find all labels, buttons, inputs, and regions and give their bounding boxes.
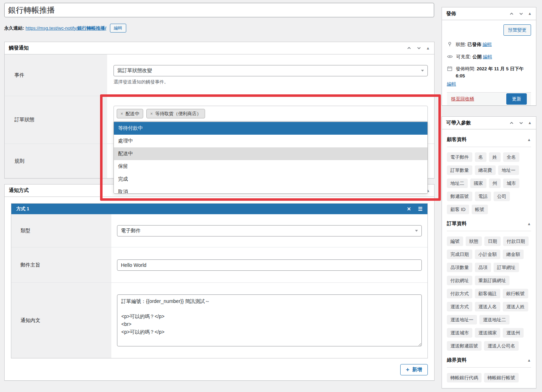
param-tag[interactable]: 小計金額 bbox=[475, 250, 500, 259]
visibility-value: 公開 bbox=[472, 54, 482, 59]
dropdown-option[interactable]: 配送中 bbox=[114, 147, 427, 160]
dropdown-option[interactable]: 取消 bbox=[114, 186, 427, 194]
param-tag[interactable]: 姓 bbox=[489, 152, 501, 162]
status-edit-link[interactable]: 編輯 bbox=[483, 42, 492, 47]
method-content-textarea[interactable]: 訂單編號：{{order_number}} 簡訊測試～ <p>可以的嗎？</p>… bbox=[117, 294, 422, 346]
param-tag[interactable]: 總花費 bbox=[475, 165, 496, 175]
param-tag[interactable]: 品項數量 bbox=[447, 263, 472, 272]
param-tag[interactable]: 運送地址一 bbox=[447, 315, 477, 324]
param-tag[interactable]: 訂單網址 bbox=[494, 263, 519, 272]
param-tag[interactable]: 編號 bbox=[447, 236, 463, 246]
param-tag[interactable]: 顧客備註 bbox=[475, 289, 500, 298]
method-content-row: 通知內文 訂單編號：{{order_number}} 簡訊測試～ <p>可以的嗎… bbox=[11, 282, 427, 358]
collapse-icon[interactable]: ▲ bbox=[527, 222, 531, 226]
chevron-down-icon bbox=[415, 230, 418, 232]
param-tag[interactable]: 郵遞區號 bbox=[447, 192, 472, 201]
param-tags: 電子郵件名姓全名訂單數量總花費地址一地址二國家州城市郵遞區號電話公司顧客 ID帳… bbox=[447, 152, 531, 214]
param-tag[interactable]: 付款日期 bbox=[503, 236, 529, 246]
selected-status-chip[interactable]: ×等待取貨（便利商店） bbox=[146, 109, 205, 118]
param-tag[interactable]: 重新訂購網址 bbox=[475, 276, 509, 285]
move-down-icon[interactable] bbox=[416, 45, 422, 51]
move-down-icon[interactable] bbox=[518, 120, 524, 126]
param-tag[interactable]: 帳號 bbox=[472, 205, 488, 214]
param-tag[interactable]: 運送方式 bbox=[447, 302, 472, 311]
remove-chip-icon[interactable]: × bbox=[121, 112, 123, 116]
drag-handle-icon[interactable]: ☰ bbox=[418, 206, 422, 211]
method-type-select[interactable]: 電子郵件 bbox=[117, 225, 422, 236]
method-content-label: 通知內文 bbox=[11, 283, 111, 358]
param-tag[interactable]: 付款網址 bbox=[447, 276, 472, 285]
permalink-link[interactable]: https://msg.test/wc-notify/銀行轉帳推播/ bbox=[25, 25, 106, 31]
move-up-icon[interactable] bbox=[406, 45, 412, 51]
param-tag[interactable]: 電子郵件 bbox=[447, 152, 472, 162]
order-status-multiselect[interactable]: ×配送中×等待取貨（便利商店） bbox=[113, 106, 428, 122]
param-tag[interactable]: 品項 bbox=[475, 263, 491, 272]
post-title-input[interactable] bbox=[4, 3, 434, 17]
param-tag[interactable]: 公司 bbox=[494, 192, 510, 201]
param-tag[interactable]: 運送州 bbox=[503, 328, 524, 338]
param-tag[interactable]: 國家 bbox=[470, 179, 486, 188]
dropdown-option[interactable]: 完成 bbox=[114, 173, 427, 186]
collapse-icon[interactable]: ▲ bbox=[528, 12, 532, 16]
add-method-button[interactable]: + 新增 bbox=[400, 364, 428, 375]
param-tag[interactable]: 城市 bbox=[503, 179, 519, 188]
move-to-trash-link[interactable]: 移至回收桶 bbox=[451, 96, 474, 102]
dropdown-option[interactable]: 保留 bbox=[114, 160, 427, 173]
param-tag[interactable]: 州 bbox=[489, 179, 501, 188]
param-tags: 轉帳銀行代碼轉帳銀行帳號 bbox=[447, 373, 531, 382]
param-tag[interactable]: 地址一 bbox=[498, 165, 519, 175]
remove-chip-icon[interactable]: × bbox=[150, 112, 153, 116]
param-tag[interactable]: 日期 bbox=[484, 236, 501, 246]
param-tag[interactable]: 運送郵遞區號 bbox=[447, 341, 482, 351]
param-section-header[interactable]: 訂單資料▲ bbox=[447, 221, 531, 231]
visibility-edit-link[interactable]: 編輯 bbox=[483, 54, 492, 59]
param-tag[interactable]: 轉帳銀行代碼 bbox=[447, 373, 482, 382]
method-1-header[interactable]: 方式 1 ✕ ☰ bbox=[11, 204, 427, 214]
param-tag[interactable]: 運送人公司名 bbox=[484, 341, 519, 351]
preview-changes-button[interactable]: 預覽變更 bbox=[503, 24, 531, 36]
param-tag[interactable]: 地址二 bbox=[447, 179, 468, 188]
param-tag[interactable]: 轉帳銀行帳號 bbox=[484, 373, 519, 382]
event-select[interactable]: 當訂單狀態改變 bbox=[113, 65, 428, 76]
published-time-edit-link[interactable]: 編輯 bbox=[447, 81, 456, 87]
plus-icon: + bbox=[406, 367, 409, 372]
move-down-icon[interactable] bbox=[518, 11, 524, 17]
param-tag[interactable]: 完成日期 bbox=[447, 250, 472, 259]
param-tag[interactable]: 顧客 ID bbox=[447, 205, 469, 214]
update-button[interactable]: 更新 bbox=[506, 93, 527, 105]
collapse-icon[interactable]: ▲ bbox=[527, 138, 531, 142]
collapse-icon[interactable]: ▲ bbox=[426, 46, 430, 50]
param-tag[interactable]: 運送國家 bbox=[475, 328, 500, 338]
param-tag[interactable]: 運送城市 bbox=[447, 328, 472, 338]
param-tag[interactable]: 運送地址二 bbox=[479, 315, 509, 324]
param-tag[interactable]: 運送人姓 bbox=[503, 302, 528, 311]
method-type-label: 類型 bbox=[11, 214, 111, 247]
method-subject-input[interactable] bbox=[117, 259, 422, 271]
pin-icon bbox=[447, 41, 453, 47]
dropdown-option[interactable]: 等待付款中 bbox=[114, 122, 427, 135]
remove-method-icon[interactable]: ✕ bbox=[407, 206, 411, 211]
param-tag[interactable]: 全名 bbox=[503, 152, 519, 162]
move-up-icon[interactable] bbox=[509, 120, 514, 126]
param-tag[interactable]: 銀行帳號 bbox=[503, 289, 528, 298]
param-section-header[interactable]: 綠界資料▲ bbox=[447, 357, 531, 368]
collapse-icon[interactable]: ▲ bbox=[528, 121, 532, 125]
param-tag[interactable]: 狀態 bbox=[466, 236, 482, 246]
collapse-icon[interactable]: ▲ bbox=[527, 358, 531, 362]
selected-status-chip[interactable]: ×配送中 bbox=[117, 109, 143, 118]
param-tag[interactable]: 電話 bbox=[475, 192, 491, 201]
param-tag[interactable]: 名 bbox=[475, 152, 486, 162]
param-tag[interactable]: 運送人名 bbox=[475, 302, 500, 311]
move-up-icon[interactable] bbox=[509, 11, 514, 17]
permalink-edit-button[interactable]: 編輯 bbox=[110, 24, 126, 33]
param-tag[interactable]: 總金額 bbox=[503, 250, 524, 259]
chip-label: 配送中 bbox=[126, 111, 139, 116]
main-column: 永久連結: https://msg.test/wc-notify/銀行轉帳推播/… bbox=[4, 0, 435, 381]
calendar-icon bbox=[447, 66, 453, 71]
dropdown-option[interactable]: 處理中 bbox=[114, 135, 427, 147]
method-subject-label: 郵件主旨 bbox=[11, 247, 111, 282]
param-tag[interactable]: 訂單數量 bbox=[447, 165, 472, 175]
param-section-header[interactable]: 顧客資料▲ bbox=[447, 136, 531, 147]
param-tag[interactable]: 付款方式 bbox=[447, 289, 472, 298]
param-section: 綠界資料▲轉帳銀行代碼轉帳銀行帳號 bbox=[447, 357, 531, 382]
